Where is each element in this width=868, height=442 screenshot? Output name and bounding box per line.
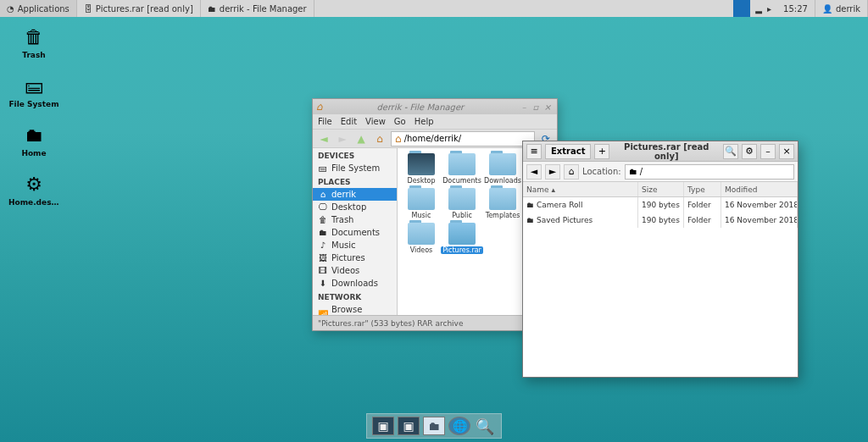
fm-item-downloads[interactable]: Downloads (484, 153, 521, 185)
fm-item-videos[interactable]: Videos (403, 223, 440, 254)
home-button[interactable] (372, 131, 387, 146)
sidebar-item-trash[interactable]: 🗑Trash (313, 213, 397, 226)
archive-row[interactable]: 🖿Saved Pictures190 bytesFolder16 Novembe… (523, 213, 798, 228)
row-name: Saved Pictures (537, 216, 593, 224)
sidebar-header-devices: DEVICES (313, 148, 397, 162)
dock-web-browser[interactable]: 🌐 (448, 417, 470, 435)
row-size: 190 bytes (638, 213, 684, 228)
am-forward-button[interactable]: ► (545, 164, 560, 180)
folder-icon (448, 223, 476, 245)
dock-terminal[interactable]: ▣ (372, 417, 394, 435)
home-icon (316, 101, 323, 113)
folder-icon: 🖿 (208, 4, 216, 14)
am-minimize-button[interactable]: – (760, 144, 776, 159)
user-menu[interactable]: 👤 derrik (815, 0, 868, 17)
audio-icon[interactable]: ▸ (767, 4, 771, 14)
sidebar-item-desktop[interactable]: 🖵Desktop (313, 201, 397, 213)
fm-item-label: Desktop (408, 177, 436, 185)
sidebar-item-browse-network[interactable]: 📶Browse Network (313, 303, 397, 315)
row-modified: 16 November 2018,… (721, 213, 798, 228)
am-column-headers[interactable]: Name ▴ Size Type Modified (523, 182, 798, 197)
close-button[interactable]: × (542, 102, 554, 112)
task2-label: derrik - File Manager (220, 4, 307, 14)
taskbar-item-pictures[interactable]: 🗄 Pictures.rar [read only] (77, 0, 201, 17)
fm-item-templates[interactable]: Templates (484, 188, 521, 219)
menu-view[interactable]: View (365, 117, 386, 126)
applications-menu[interactable]: ◔ Applications (0, 0, 77, 17)
desktop-icons: 🗑Trash🖴File System🖿Home⚙Home.deskt… (8, 24, 59, 207)
col-type[interactable]: Type (684, 182, 721, 196)
clock[interactable]: 15:27 (776, 0, 815, 17)
sidebar-item-music[interactable]: ♪Music (313, 239, 397, 251)
minimize-button[interactable]: – (518, 102, 530, 112)
folder-icon (408, 188, 435, 210)
desktop-icon-label: Home (21, 149, 46, 157)
col-modified[interactable]: Modified (721, 182, 798, 196)
folder-icon: 🖿 (629, 167, 637, 176)
desktop-icon-homedeskt[interactable]: ⚙Home.deskt… (8, 171, 59, 207)
am-menu-button[interactable]: ≡ (526, 144, 542, 159)
fm-statusbar: "Pictures.rar" (533 bytes) RAR archive (313, 315, 557, 330)
sidebar-item-label: Desktop (331, 202, 366, 212)
col-name[interactable]: Name ▴ (523, 182, 638, 196)
folder-icon: 🖿 (526, 201, 534, 209)
desktop-icon-home[interactable]: 🖿Home (8, 122, 59, 157)
back-button[interactable] (316, 131, 331, 146)
menu-help[interactable]: Help (415, 117, 434, 126)
sidebar-item-derrik[interactable]: ⌂derrik (313, 188, 397, 201)
settings-button[interactable]: ⚙ (742, 144, 757, 159)
sidebar-item-label: File System (331, 163, 380, 173)
network-icon[interactable]: ▂ (755, 4, 762, 14)
fm-item-label: Downloads (484, 177, 521, 185)
col-size[interactable]: Size (638, 182, 684, 196)
sidebar-item-downloads[interactable]: ⬇Downloads (313, 277, 397, 290)
location-input[interactable]: 🖿 / (625, 164, 794, 180)
fm-item-desktop[interactable]: Desktop (403, 153, 440, 185)
sidebar-item-pictures[interactable]: 🖼Pictures (313, 251, 397, 264)
am-titlebar[interactable]: ≡ Extract + Pictures.rar [read only] 🔍 ⚙… (523, 141, 798, 162)
fm-item-documents[interactable]: Documents (443, 153, 481, 185)
taskbar-item-filemanager[interactable]: 🖿 derrik - File Manager (201, 0, 314, 17)
fm-item-label: Templates (486, 212, 520, 219)
am-back-button[interactable]: ◄ (526, 164, 542, 180)
am-close-button[interactable]: × (779, 144, 794, 159)
fm-item-pictures-rar[interactable]: Pictures.rar (443, 223, 481, 254)
system-tray: ▂ ▸ 15:27 👤 derrik (733, 0, 868, 17)
sidebar-item-label: Browse Network (331, 305, 392, 315)
forward-button[interactable] (335, 131, 350, 146)
dock-search[interactable]: 🔍 (474, 417, 496, 435)
homedeskt-icon: ⚙ (19, 171, 49, 196)
menu-edit[interactable]: Edit (341, 117, 357, 126)
fm-title: derrik - File Manager (323, 102, 518, 112)
sidebar-item-videos[interactable]: 🎞Videos (313, 264, 397, 277)
dock-filemanager[interactable]: 🖿 (423, 417, 445, 435)
fm-item-music[interactable]: Music (403, 188, 440, 219)
desktop-icon-trash[interactable]: 🗑Trash (8, 24, 59, 59)
sidebar-item-label: Downloads (331, 279, 378, 288)
menu-go[interactable]: Go (394, 117, 406, 126)
fm-item-label: Music (412, 212, 431, 219)
archive-row[interactable]: 🖿Camera Roll190 bytesFolder16 November 2… (523, 197, 798, 213)
desktop-icon-filesystem[interactable]: 🖴File System (8, 73, 59, 108)
am-home-button[interactable]: ⌂ (564, 164, 579, 180)
row-name: Camera Roll (537, 201, 583, 209)
up-button[interactable] (353, 131, 369, 146)
add-button[interactable]: + (594, 144, 609, 159)
workspace-switcher[interactable] (733, 0, 750, 17)
desktop-icon-label: Trash (22, 51, 45, 59)
dock-terminal2[interactable]: ▣ (398, 417, 420, 435)
extract-button[interactable]: Extract (545, 144, 591, 159)
home-icon: 🖿 (19, 122, 49, 147)
fm-toolbar: /home/derrik/ (313, 130, 557, 148)
desktop-icon-label: File System (8, 100, 58, 108)
folder-icon (448, 153, 476, 175)
sidebar-item-documents[interactable]: 🖿Documents (313, 226, 397, 239)
am-list: Name ▴ Size Type Modified 🖿Camera Roll19… (523, 182, 798, 377)
path-input[interactable]: /home/derrik/ (391, 131, 535, 146)
sidebar-item-file-system[interactable]: 🖴File System (313, 162, 397, 174)
maximize-button[interactable]: ▫ (530, 102, 542, 112)
search-button[interactable]: 🔍 (723, 144, 738, 159)
menu-file[interactable]: File (318, 117, 332, 126)
fm-titlebar[interactable]: derrik - File Manager – ▫ × (313, 99, 557, 114)
fm-item-public[interactable]: Public (443, 188, 481, 219)
